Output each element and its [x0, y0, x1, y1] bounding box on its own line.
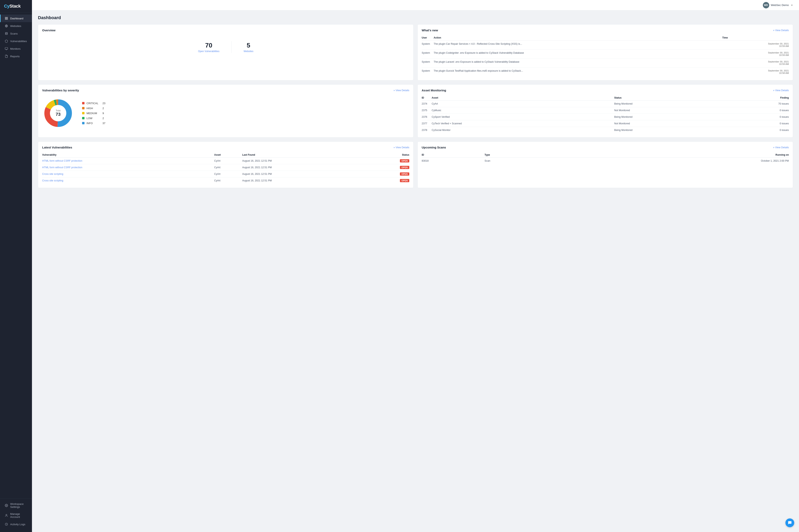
logo-area: CyStack — [0, 0, 32, 13]
table-row: Cross site scripting CyArt August 16, 20… — [42, 171, 409, 177]
logo[interactable]: CyStack — [4, 4, 21, 8]
cell-time: September 30, 2021 10:58 AM — [722, 68, 789, 76]
user-area[interactable]: WD WebSec Demo ▼ — [763, 2, 793, 8]
cell-action: The plugin Car Repair Services < 4.0 - R… — [434, 40, 722, 50]
main-area: WD WebSec Demo ▼ Dashboard Overview 70 O… — [32, 0, 799, 532]
cell-date: August 16, 2021 12:51 PM — [242, 177, 369, 184]
legend-value: 37 — [103, 122, 105, 125]
cell-finding: 0 issues — [725, 120, 789, 127]
overview-card: Overview 70 Open Vulnerabilities 5 Websi… — [38, 24, 414, 80]
sidebar-item-manage-account[interactable]: Manage Account — [0, 510, 32, 520]
latest-vuln-title: Latest Vulnerabilities — [42, 146, 72, 149]
legend-item: HIGH 2 — [82, 107, 105, 110]
sidebar-item-scans[interactable]: Scans — [0, 30, 32, 37]
legend: CRITICAL 23 HIGH 2 MEDIUM 9 LOW 2 INFO 3… — [82, 102, 105, 125]
table-row: 83018 Scan October 1, 2021 2:00 PM — [422, 158, 789, 164]
cell-vuln[interactable]: Cross site scripting — [42, 171, 214, 177]
cell-id: 2378 — [422, 127, 432, 133]
vuln-severity-view-details[interactable]: » View Details — [394, 89, 409, 92]
sidebar-item-monitors[interactable]: Monitors — [0, 45, 32, 53]
donut-center: Total 73 — [56, 109, 60, 117]
cell-user: System — [422, 40, 434, 50]
asset-monitoring-header: Asset Monitoring » View Details — [422, 89, 789, 92]
cell-status: OPEN — [369, 177, 409, 184]
whats-new-header: What's new » View Details — [422, 28, 789, 32]
sidebar-item-label: Activity Logs — [10, 523, 25, 526]
reports-icon — [5, 55, 8, 58]
cell-user: System — [422, 68, 434, 76]
sidebar-item-vulnerabilities[interactable]: Vulnerabilities — [0, 37, 32, 45]
donut-total-num: 73 — [56, 112, 60, 117]
cell-asset: CyArt — [214, 158, 242, 164]
svg-rect-2 — [5, 19, 6, 20]
cell-vuln[interactable]: HTML form without CSRF protection — [42, 158, 214, 164]
sidebar-item-label: Manage Account — [10, 512, 28, 518]
chat-bubble[interactable] — [785, 518, 794, 527]
col-time-header: Time — [722, 35, 789, 40]
cell-asset: CyArt — [214, 177, 242, 184]
row-1: Overview 70 Open Vulnerabilities 5 Websi… — [38, 24, 793, 80]
websites-icon — [5, 24, 8, 28]
sidebar-item-dashboard[interactable]: Dashboard — [0, 15, 32, 22]
donut-chart: Total 73 — [42, 97, 74, 129]
cell-status: Not Monitored — [614, 107, 725, 114]
cell-time: September 30, 2021 10:59 AM — [722, 50, 789, 58]
cell-action: The plugin Gurock TestRail Application f… — [434, 68, 722, 76]
cell-vuln[interactable]: HTML form without CSRF protection — [42, 164, 214, 171]
cell-status: Being Monitored — [614, 114, 725, 120]
asset-monitoring-title: Asset Monitoring — [422, 89, 446, 92]
open-vuln-count: 70 — [198, 42, 219, 49]
whats-new-view-details[interactable]: » View Details — [773, 29, 789, 32]
open-vuln-stat: 70 Open Vulnerabilities — [186, 42, 231, 53]
vulnerabilities-icon — [5, 39, 8, 43]
cell-asset: CySocial Monitor — [432, 127, 614, 133]
chat-icon — [787, 520, 792, 525]
vuln-severity-header: Vulnerabilities by severity » View Detai… — [42, 89, 409, 92]
cell-asset: CyTech Verified + Scanned — [432, 120, 614, 127]
row-3: Latest Vulnerabilities » View Details Vu… — [38, 141, 793, 188]
cell-asset: CySport Verified — [432, 114, 614, 120]
avatar: WD — [763, 2, 769, 8]
upcoming-scans-card: Upcoming Scans » View Details ID Type Ru… — [417, 141, 793, 188]
svg-point-10 — [6, 505, 7, 506]
cell-status: Not Monitored — [614, 120, 725, 127]
cell-time: September 30, 2021 10:59 AM — [722, 40, 789, 50]
svg-rect-1 — [6, 17, 7, 18]
open-vuln-label: Open Vulnerabilities — [198, 50, 219, 53]
page-title: Dashboard — [38, 15, 793, 20]
cell-vuln[interactable]: Cross site scripting — [42, 177, 214, 184]
legend-dot — [82, 117, 85, 119]
overview-card-header: Overview — [42, 28, 409, 32]
sidebar: CyStack Dashboard Websites Scans — [0, 0, 32, 532]
upcoming-scans-title: Upcoming Scans — [422, 146, 446, 149]
vuln-severity-content: Total 73 CRITICAL 23 HIGH 2 MEDIUM 9 LOW… — [42, 95, 409, 131]
table-row: System The plugin Gurock TestRail Applic… — [422, 68, 789, 76]
whats-new-card: What's new » View Details User Action Ti… — [417, 24, 793, 80]
sidebar-item-workspace-settings[interactable]: Workspace Settings — [0, 500, 32, 510]
asset-monitoring-card: Asset Monitoring » View Details ID Asset… — [417, 84, 793, 137]
cell-finding: 0 issues — [725, 114, 789, 120]
websites-label: Websites — [243, 50, 253, 53]
cell-finding: 70 issues — [725, 100, 789, 107]
sidebar-item-websites[interactable]: Websites — [0, 22, 32, 30]
sidebar-item-activity-logs[interactable]: Activity Logs — [0, 520, 32, 528]
legend-item: CRITICAL 23 — [82, 102, 105, 105]
latest-vuln-view-details[interactable]: » View Details — [394, 146, 409, 149]
legend-dot — [82, 122, 85, 124]
cell-user: System — [422, 50, 434, 58]
legend-item: MEDIUM 9 — [82, 112, 105, 115]
table-row: System The plugin Car Repair Services < … — [422, 40, 789, 50]
cell-id: 2376 — [422, 114, 432, 120]
nav-items: Dashboard Websites Scans Vulnerabilities — [0, 13, 32, 498]
cell-date: August 16, 2021 12:51 PM — [242, 171, 369, 177]
legend-name: INFO — [87, 122, 101, 125]
chevron-down-icon: ▼ — [791, 4, 793, 6]
col-asset-header: Asset — [432, 95, 614, 100]
sidebar-item-reports[interactable]: Reports — [0, 53, 32, 60]
asset-monitoring-view-details[interactable]: » View Details — [773, 89, 789, 92]
clock-icon — [5, 522, 8, 526]
upcoming-scans-view-details[interactable]: » View Details — [773, 146, 789, 149]
donut-total-label: Total — [56, 109, 60, 112]
cell-status: Being Monitored — [614, 127, 725, 133]
col-status-header: Status — [614, 95, 725, 100]
